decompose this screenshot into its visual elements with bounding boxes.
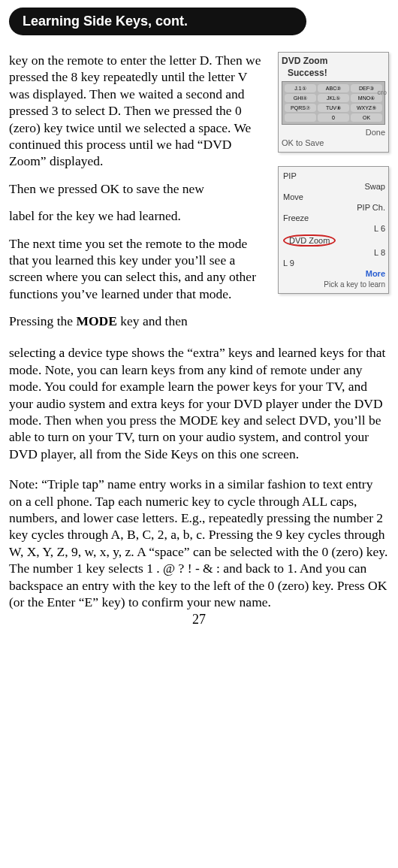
keypad-cell: J.1①: [285, 84, 316, 92]
list-right: L 6: [374, 224, 385, 233]
list-right: Swap: [364, 182, 385, 191]
figure-done-text: Done: [282, 128, 385, 137]
list-row: Swap: [283, 182, 385, 191]
figure-dvd-zoom-success: DVD Zoom Success! cro J.1① ABC② DEF③ GHI…: [278, 52, 389, 153]
circled-item: DVD Zoom: [283, 234, 336, 246]
keypad-cell: ABC②: [318, 84, 349, 92]
paragraph: Note: “Triple tap” name entry works in a…: [9, 476, 389, 610]
list-left: Move: [283, 192, 303, 201]
keypad-cell: GHI④: [285, 94, 316, 102]
list-row: L 8: [283, 248, 385, 257]
list-left: L 9: [283, 259, 294, 268]
list-right: L 8: [374, 248, 385, 257]
figure-success-text: Success!: [288, 68, 385, 78]
paragraph: Then we pressed OK to save the new: [9, 180, 269, 197]
figure-ok-save-text: OK to Save: [282, 138, 385, 147]
text-fragment: key and then: [117, 313, 188, 328]
keypad-cell: JKL⑤: [318, 94, 349, 102]
keypad-cell: 0: [318, 113, 349, 122]
paragraph: selecting a device type shows the “extra…: [9, 344, 389, 462]
keypad-cell: TUV⑧: [318, 104, 349, 112]
list-row: PIP: [283, 171, 385, 180]
paragraph: Pressing the MODE key and then: [9, 313, 269, 329]
list-row: More: [283, 269, 385, 278]
body-text-column: key on the remote to enter the letter D.…: [9, 52, 269, 340]
phone-keypad: J.1① ABC② DEF③ GHI④ JKL⑤ MNO⑥ PQRS⑦ TUV⑧…: [282, 81, 385, 125]
full-width-text: selecting a device type shows the “extra…: [9, 344, 389, 610]
page-number: 27: [9, 612, 389, 628]
page-header: Learning Side Keys, cont.: [9, 8, 306, 35]
keypad-cell: WXYZ⑨: [351, 104, 382, 112]
list-left: PIP: [283, 171, 297, 180]
figure-footer: Pick a key to learn: [283, 280, 385, 289]
figure-title: DVD Zoom: [282, 56, 385, 66]
list-row: PIP Ch.: [283, 203, 385, 212]
paragraph: The next time you set the remote to the …: [9, 235, 269, 303]
page-header-title: Learning Side Keys, cont.: [23, 14, 188, 29]
list-row: DVD Zoom: [283, 234, 385, 246]
keypad-cell: OK: [351, 113, 382, 122]
figure-column: DVD Zoom Success! cro J.1① ABC② DEF③ GHI…: [278, 52, 389, 340]
list-row: L 9: [283, 259, 385, 268]
paragraph: key on the remote to enter the letter D.…: [9, 52, 269, 170]
list-left: Freeze: [283, 213, 309, 222]
list-row: L 6: [283, 224, 385, 233]
keypad-cell: PQRS⑦: [285, 104, 316, 112]
bold-text: MODE: [76, 313, 116, 328]
figure-key-list: PIP Swap Move PIP Ch. Freeze L 6: [278, 166, 389, 294]
list-right: PIP Ch.: [357, 203, 385, 212]
paragraph: label for the key we had learned.: [9, 207, 269, 224]
list-row: Freeze: [283, 213, 385, 222]
list-row: Move: [283, 192, 385, 201]
text-fragment: Pressing the: [9, 313, 76, 328]
cropped-text: cro: [377, 89, 387, 96]
keypad-cell: [285, 113, 316, 122]
list-right: More: [366, 269, 385, 278]
